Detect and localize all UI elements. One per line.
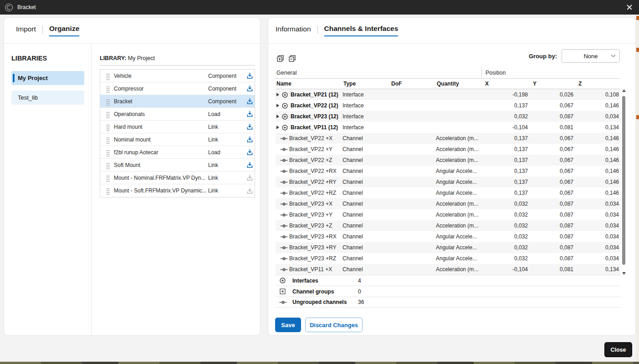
row-type-cell: Interface xyxy=(343,113,390,120)
library-row[interactable]: f2bl runup AotecarLoad xyxy=(100,146,255,159)
row-x-cell: 0,137 xyxy=(481,190,529,196)
channel-icon xyxy=(280,135,288,142)
row-y-cell: 0,087 xyxy=(529,244,575,251)
row-name-text: Bracket_VP23 +X xyxy=(289,201,332,207)
row-y-cell: 0,081 xyxy=(529,124,575,131)
channel-row[interactable]: Bracket_VP22 +ZChannelAcceleration (m...… xyxy=(276,155,620,166)
drag-handle-icon[interactable] xyxy=(100,165,114,166)
drag-handle-icon[interactable] xyxy=(100,76,114,76)
left-panel-body: LIBRARIES My ProjectTest_lib LIBRARY: My… xyxy=(4,44,260,335)
tab-channels-interfaces[interactable]: Channels & Interfaces xyxy=(324,25,399,36)
tab-organize[interactable]: Organize xyxy=(49,25,79,36)
channel-row[interactable]: Bracket_VP22 +RZChannelAngular Accele...… xyxy=(276,187,620,198)
drag-handle-icon[interactable] xyxy=(100,152,114,153)
channel-row[interactable]: Bracket_VP23 +RYChannelAngular Accele...… xyxy=(276,242,620,253)
tab-divider xyxy=(42,25,43,34)
scrollbar-thumb[interactable] xyxy=(622,96,625,265)
expand-all-icon[interactable] xyxy=(276,55,284,62)
channel-icon xyxy=(280,233,288,240)
channels-toolbar: Group by: None xyxy=(276,44,625,67)
scroll-down-icon[interactable] xyxy=(622,272,626,275)
vertical-scrollbar[interactable] xyxy=(621,89,627,275)
row-name-cell: Bracket_VP22 (12) xyxy=(276,102,343,109)
interface-row[interactable]: Bracket_VP23 (12)Interface0,0320,0870,03… xyxy=(276,111,620,122)
expand-row-icon[interactable] xyxy=(276,93,279,96)
import-icon[interactable] xyxy=(245,110,255,118)
import-icon[interactable] xyxy=(245,161,255,169)
import-icon[interactable] xyxy=(245,72,255,80)
row-x-cell: -0,104 xyxy=(481,124,529,131)
channel-row[interactable]: Bracket_VP23 +ZChannelAcceleration (m...… xyxy=(276,220,620,231)
library-row[interactable]: BracketComponent xyxy=(100,95,255,108)
library-row[interactable]: Mount - Soft.FRFMatrix.VP Dynamic...Link xyxy=(100,184,255,197)
import-icon[interactable] xyxy=(245,123,255,131)
window-title: Bracket xyxy=(17,4,36,10)
library-row[interactable]: Mount - Nominal.FRFMatrix.VP Dyn...Link xyxy=(100,172,255,184)
channel-row[interactable]: Bracket_VP22 +YChannelAcceleration (m...… xyxy=(276,144,620,155)
tab-information[interactable]: Information xyxy=(276,25,311,36)
column-header-name: Name xyxy=(276,81,343,87)
channel-icon xyxy=(280,244,288,251)
scroll-up-icon[interactable] xyxy=(622,89,626,92)
import-icon[interactable] xyxy=(245,148,255,156)
expand-row-icon[interactable] xyxy=(276,115,279,118)
channel-row[interactable]: Bracket_VP22 +RYChannelAngular Accele...… xyxy=(276,177,620,187)
import-icon[interactable] xyxy=(245,97,255,105)
sidebar-library-item[interactable]: My Project xyxy=(11,71,84,85)
interface-row[interactable]: Bracket_VP21 (12)Interface-0,1980,0260,1… xyxy=(276,89,620,100)
library-row[interactable]: Hard mountLink xyxy=(100,121,255,133)
interface-icon xyxy=(281,102,288,109)
row-z-cell: 0,146 xyxy=(575,135,620,142)
library-row[interactable]: Soft MountLink xyxy=(100,159,255,172)
save-button[interactable]: Save xyxy=(275,318,301,332)
row-name-cell: Bracket_VP23 +Z xyxy=(276,222,343,229)
drag-handle-icon[interactable] xyxy=(100,177,114,178)
group-by-label: Group by: xyxy=(529,53,557,60)
expand-row-icon[interactable] xyxy=(276,126,279,129)
close-x-icon[interactable] xyxy=(624,2,635,13)
row-z-cell: 0,108 xyxy=(575,91,620,98)
channel-row[interactable]: Bracket_VP23 +XChannelAcceleration (m...… xyxy=(276,198,620,209)
drag-handle-icon[interactable] xyxy=(100,139,114,140)
channel-row[interactable]: Bracket_VP11 +XChannelAcceleration (m...… xyxy=(276,264,620,275)
interface-row[interactable]: Bracket_VP22 (12)Interface0,1370,0670,14… xyxy=(276,100,620,111)
discard-changes-button[interactable]: Discard Changes xyxy=(305,318,363,332)
drag-handle-icon[interactable] xyxy=(100,190,114,191)
row-name-text: Bracket_VP23 +Y xyxy=(289,212,332,218)
row-name-cell: Bracket_VP22 +Z xyxy=(276,157,343,164)
tab-import[interactable]: Import xyxy=(16,25,36,36)
drag-handle-icon[interactable] xyxy=(100,101,114,102)
row-y-cell: 0,081 xyxy=(529,266,575,273)
library-row[interactable]: Nominal mountLink xyxy=(100,133,255,146)
table-group-header: General Position xyxy=(276,67,620,79)
drag-handle-icon[interactable] xyxy=(100,126,114,127)
expand-row-icon[interactable] xyxy=(276,104,279,107)
row-x-cell: 0,032 xyxy=(481,255,529,262)
close-button[interactable]: Close xyxy=(604,342,632,357)
group-by-dropdown[interactable]: None xyxy=(562,49,620,63)
table-body: Bracket_VP21 (12)Interface-0,1980,0260,1… xyxy=(276,89,620,275)
sidebar-library-item[interactable]: Test_lib xyxy=(11,91,84,105)
channel-row[interactable]: Bracket_VP22 +RXChannelAngular Accele...… xyxy=(276,166,620,177)
summary-row: Channel groups0 xyxy=(276,286,620,297)
library-row[interactable]: VehicleComponent xyxy=(100,70,255,82)
channel-row[interactable]: Bracket_VP23 +YChannelAcceleration (m...… xyxy=(276,209,620,220)
row-z-cell: 0,034 xyxy=(575,113,620,120)
interface-row[interactable]: Bracket_VP11 (12)Interface-0,1040,0810,1… xyxy=(276,122,620,133)
group-header-position: Position xyxy=(481,67,620,79)
row-name-text: Bracket_VP22 (12) xyxy=(291,102,338,109)
library-item-type: Component xyxy=(208,73,245,79)
row-z-cell: 0,146 xyxy=(575,168,620,174)
drag-handle-icon[interactable] xyxy=(100,114,114,115)
channel-row[interactable]: Bracket_VP23 +RZChannelAngular Accele...… xyxy=(276,253,620,264)
drag-handle-icon[interactable] xyxy=(100,88,114,89)
channels-summary: Interfaces4Channel groups0Ungrouped chan… xyxy=(276,275,620,308)
channel-row[interactable]: Bracket_VP22 +XChannelAcceleration (m...… xyxy=(276,133,620,144)
import-icon[interactable] xyxy=(245,136,255,143)
row-y-cell: 0,026 xyxy=(529,91,575,98)
library-row[interactable]: CompressorComponent xyxy=(100,82,255,95)
library-row[interactable]: OperationalsLoad xyxy=(100,108,255,121)
channel-row[interactable]: Bracket_VP23 +RXChannelAngular Accele...… xyxy=(276,231,620,242)
collapse-all-icon[interactable] xyxy=(288,55,296,62)
import-icon[interactable] xyxy=(245,85,255,92)
